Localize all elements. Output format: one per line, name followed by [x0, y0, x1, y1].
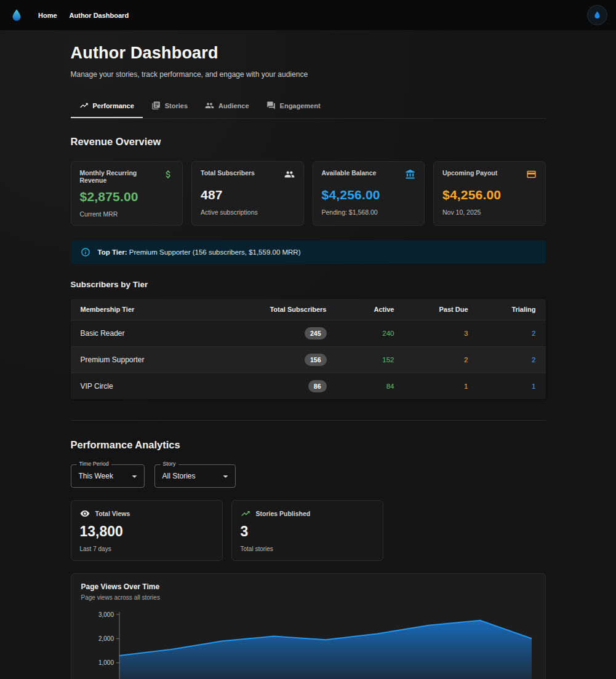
top-tier-label: Top Tier: — [98, 248, 127, 256]
book-icon — [151, 101, 161, 110]
stat-card-caption: Current MRR — [80, 210, 174, 218]
chart-title: Page Views Over Time — [81, 582, 535, 591]
tab-audience[interactable]: Audience — [196, 93, 258, 118]
stat-card-mrr: Monthly Recurring Revenue $2,875.00 Curr… — [71, 161, 183, 226]
credit-card-icon — [526, 169, 537, 182]
mini-card-value: 13,800 — [80, 523, 214, 540]
page-title: Author Dashboard — [71, 44, 546, 63]
mini-card-title: Total Views — [95, 510, 130, 517]
tiers-table: Membership Tier Total Subscribers Active… — [71, 299, 546, 399]
table-row: Basic Reader 245 240 3 2 — [71, 320, 546, 347]
avatar-droplet-icon — [593, 10, 602, 20]
trialing-count: 1 — [478, 373, 546, 400]
stat-card-value: $2,875.00 — [80, 189, 174, 204]
table-row: Premium Supporter 156 152 2 2 — [71, 347, 546, 373]
analytics-cards: Total Views 13,800 Last 7 days Stories P… — [71, 500, 546, 561]
story-select[interactable]: Story All Stories — [154, 464, 236, 488]
table-row: VIP Circle 86 84 1 1 — [71, 373, 546, 400]
tab-label: Engagement — [280, 102, 321, 109]
bank-icon — [405, 169, 415, 182]
svg-text:2,000: 2,000 — [98, 635, 113, 642]
total-chip: 86 — [308, 380, 327, 392]
revenue-cards: Monthly Recurring Revenue $2,875.00 Curr… — [71, 161, 546, 226]
section-divider — [71, 420, 546, 421]
top-tier-detail: Premium Supporter (156 subscribers, $1,5… — [127, 248, 301, 256]
stat-card-title: Available Balance — [322, 169, 377, 177]
col-active: Active — [337, 299, 404, 320]
col-total-subscribers: Total Subscribers — [244, 299, 337, 320]
active-count: 84 — [337, 373, 404, 400]
svg-text:3,000: 3,000 — [98, 611, 113, 618]
chevron-down-icon — [129, 471, 140, 482]
table-header-row: Membership Tier Total Subscribers Active… — [71, 299, 546, 320]
mini-card-value: 3 — [241, 523, 374, 540]
trialing-count: 2 — [478, 320, 546, 347]
stat-card-value: $4,256.00 — [322, 188, 416, 202]
page-subtitle: Manage your stories, track performance, … — [71, 70, 546, 79]
people-icon — [205, 101, 214, 110]
chevron-down-icon — [220, 471, 231, 482]
info-icon — [81, 247, 90, 257]
stat-card-title: Monthly Recurring Revenue — [80, 169, 164, 184]
stat-card-value: $4,256.00 — [442, 188, 537, 202]
chart-subtitle: Page views across all stories — [81, 594, 535, 601]
col-membership-tier: Membership Tier — [71, 299, 244, 320]
tab-performance[interactable]: Performance — [71, 93, 143, 118]
section-heading-revenue: Revenue Overview — [71, 136, 546, 148]
col-trialing: Trialing — [478, 299, 546, 320]
select-label: Time Period — [77, 461, 111, 467]
nav-link-home[interactable]: Home — [32, 8, 63, 23]
people-icon — [284, 169, 295, 182]
select-label: Story — [161, 461, 178, 467]
select-value: All Stories — [162, 472, 196, 480]
mini-card-caption: Total stories — [241, 546, 374, 552]
tier-name: Basic Reader — [71, 320, 244, 347]
tier-name: VIP Circle — [71, 373, 244, 400]
user-avatar[interactable] — [587, 5, 607, 25]
stat-card-balance: Available Balance $4,256.00 Pending: $1,… — [313, 161, 425, 226]
dollar-icon — [163, 169, 174, 182]
mini-card-title: Stories Published — [256, 510, 311, 517]
active-count: 240 — [337, 320, 404, 347]
stat-card-stories-published: Stories Published 3 Total stories — [231, 500, 383, 561]
tab-label: Stories — [165, 102, 188, 109]
total-chip: 245 — [305, 327, 327, 340]
tab-engagement[interactable]: Engagement — [258, 93, 329, 118]
stat-card-subscribers: Total Subscribers 487 Active subscriptio… — [191, 161, 304, 226]
past-due-count: 1 — [404, 373, 478, 400]
page-views-chart[interactable]: 01,0002,0003,0002025-11-02 — [81, 608, 535, 679]
tab-label: Performance — [93, 102, 134, 109]
stat-card-payout: Upcoming Payout $4,256.00 Nov 10, 2025 — [433, 161, 546, 226]
mini-card-caption: Last 7 days — [80, 546, 214, 552]
section-heading-analytics: Performance Analytics — [71, 439, 546, 451]
stat-card-title: Upcoming Payout — [442, 169, 497, 177]
select-value: This Week — [79, 472, 113, 480]
tab-stories[interactable]: Stories — [143, 93, 196, 118]
total-chip: 156 — [305, 354, 327, 366]
stat-card-value: 487 — [201, 188, 295, 202]
chat-icon — [266, 101, 276, 110]
past-due-count: 3 — [404, 320, 478, 347]
trialing-count: 2 — [478, 347, 546, 373]
analytics-filters: Time Period This Week Story All Stories — [71, 464, 546, 488]
nav-link-author-dashboard[interactable]: Author Dashboard — [63, 8, 135, 23]
stat-card-total-views: Total Views 13,800 Last 7 days — [71, 500, 223, 561]
app-logo-droplet-icon — [9, 7, 25, 23]
chart-card: Page Views Over Time Page views across a… — [71, 573, 546, 679]
stat-card-caption: Active subscriptions — [201, 208, 295, 216]
stat-card-title: Total Subscribers — [201, 169, 255, 177]
time-period-select[interactable]: Time Period This Week — [71, 464, 145, 488]
col-past-due: Past Due — [404, 299, 478, 320]
active-count: 152 — [337, 347, 404, 373]
tier-name: Premium Supporter — [71, 347, 244, 373]
svg-text:1,000: 1,000 — [98, 659, 113, 666]
past-due-count: 2 — [404, 347, 478, 373]
main-content: Author Dashboard Manage your stories, tr… — [71, 30, 546, 679]
eye-icon — [80, 509, 90, 518]
dashboard-tabs: Performance Stories Audience Engagement — [71, 93, 546, 119]
section-heading-tiers: Subscribers by Tier — [71, 280, 546, 289]
stat-card-caption: Pending: $1,568.00 — [322, 208, 416, 216]
trending-up-icon — [79, 101, 89, 110]
stat-card-caption: Nov 10, 2025 — [442, 208, 537, 216]
trending-up-icon — [241, 509, 250, 518]
